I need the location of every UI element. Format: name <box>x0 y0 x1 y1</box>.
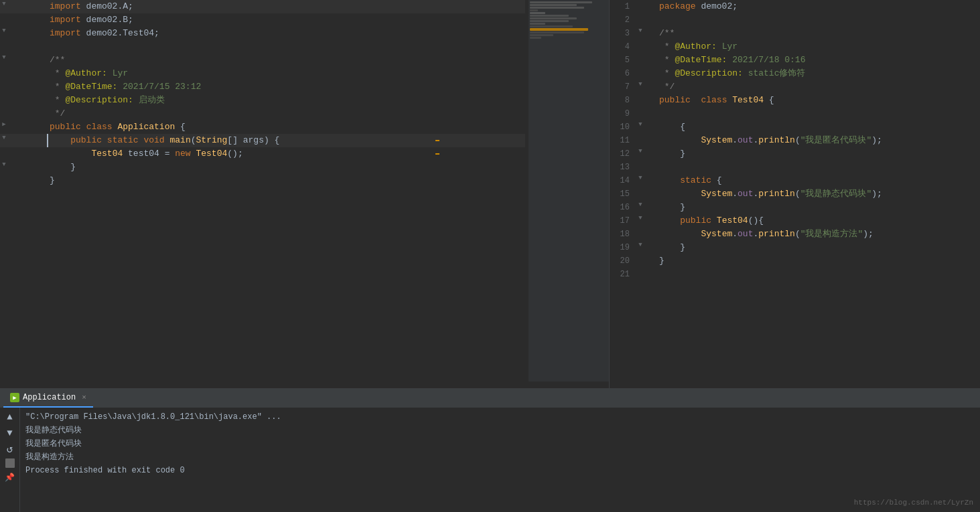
line-number: 11 <box>610 134 636 147</box>
line-number: 1 <box>610 0 636 13</box>
code-line: 12 ▼ } <box>610 147 980 161</box>
left-code-area: ▼ import demo02.A; import demo02.B; ▼ im… <box>0 0 609 388</box>
line-number: 18 <box>610 228 636 241</box>
code-line: 18 System.out.println("我是构造方法"); <box>610 228 980 241</box>
code-content: } <box>47 161 525 174</box>
line-gutter: ▼ <box>636 201 656 209</box>
pin-icon[interactable]: 📌 <box>3 471 17 484</box>
code-line: 5 * @DateTime: 2021/7/18 0:16 <box>610 54 980 67</box>
code-line: 3 ▼ /** <box>610 27 980 40</box>
run-tab-label: Application <box>23 393 76 402</box>
editor-container: ▼ import demo02.A; import demo02.B; ▼ im… <box>0 0 980 388</box>
console-output-line-1: 我是静态代码块 <box>25 424 975 437</box>
code-line: 11 System.out.println("我是匿名代码块"); <box>610 134 980 147</box>
code-line: 10 ▼ { <box>610 120 980 134</box>
code-line: ▶ public class Application { <box>0 120 525 134</box>
line-number: 19 <box>610 241 636 254</box>
code-line: 20 } <box>610 254 980 268</box>
code-content: } <box>656 201 980 214</box>
fold-icon[interactable]: ▼ <box>636 27 644 35</box>
line-gutter: ▼ <box>636 241 656 249</box>
fold-icon[interactable]: ▼ <box>636 201 644 209</box>
fold-icon[interactable]: ▼ <box>636 80 644 88</box>
code-line: import demo02.B; <box>0 13 525 27</box>
code-content: * @Description: 启动类 <box>47 94 525 107</box>
code-content: public class Application { <box>47 120 525 134</box>
code-line: 9 <box>610 107 980 120</box>
line-number: 2 <box>610 13 636 27</box>
run-tab[interactable]: ▶ Application × <box>3 389 93 408</box>
code-line: 8 public class Test04 { <box>610 94 980 107</box>
fold-icon <box>0 13 8 21</box>
code-line: 15 System.out.println("我是静态代码块"); <box>610 187 980 201</box>
code-line: 1 package demo02; <box>610 0 980 13</box>
code-line: * @DateTime: 2021/7/15 23:12 <box>0 80 525 94</box>
tab-close-btn[interactable]: × <box>82 394 86 402</box>
fold-icon[interactable]: ▼ <box>636 241 644 249</box>
right-code-area: 1 package demo02; 2 3 ▼ /** 4 <box>610 0 980 388</box>
stop-icon[interactable] <box>5 458 15 468</box>
code-line: 6 * @Description: static修饰符 <box>610 67 980 80</box>
fold-icon[interactable]: ▼ <box>0 54 8 62</box>
code-content: public static void main(String[] args) { <box>47 134 525 147</box>
fold-icon[interactable]: ▼ <box>0 27 8 35</box>
scroll-down-icon[interactable]: ▼ <box>3 426 17 440</box>
code-content: public Test04(){ <box>656 214 980 228</box>
line-gutter: ▼ <box>636 214 656 222</box>
fold-icon[interactable]: ▼ <box>0 161 8 169</box>
line-gutter: ▼ <box>0 161 20 169</box>
code-content: * @Author: Lyr <box>656 40 980 54</box>
code-content: } <box>656 241 980 254</box>
line-number: 7 <box>610 80 636 94</box>
code-line: ▼ /** <box>0 54 525 67</box>
cmd-text: "C:\Program Files\Java\jdk1.8.0_121\bin\… <box>25 412 281 422</box>
code-line: ▼ import demo02.A; <box>0 0 525 13</box>
line-number: 15 <box>610 187 636 201</box>
line-gutter <box>0 13 20 21</box>
code-content: public class Test04 { <box>656 94 980 107</box>
line-number: 10 <box>610 120 636 134</box>
line-number: 20 <box>610 254 636 268</box>
restart-icon[interactable]: ↺ <box>3 442 17 456</box>
code-line: ▼ } <box>0 161 525 174</box>
right-editor: 1 package demo02; 2 3 ▼ /** 4 <box>610 0 980 388</box>
line-gutter: ▼ <box>636 174 656 182</box>
code-content: Test04 test04 = new Test04(); <box>47 147 525 161</box>
fold-icon[interactable]: ▼ <box>636 174 644 182</box>
fold-icon[interactable]: ▼ <box>636 120 644 129</box>
code-line-active: ▼ public static void main(String[] args)… <box>0 134 525 147</box>
code-content: * @Description: static修饰符 <box>656 67 980 80</box>
code-line: 13 <box>610 161 980 174</box>
bottom-panel: ▶ Application × ▲ ▼ ↺ 📌 "C:\Program File… <box>0 388 980 512</box>
console-exit-message: Process finished with exit code 0 <box>25 464 975 477</box>
scroll-up-icon[interactable]: ▲ <box>3 410 17 424</box>
line-number: 16 <box>610 201 636 214</box>
line-gutter: ▼ <box>636 80 656 88</box>
code-content: } <box>656 254 980 268</box>
code-line: ▼ import demo02.Test04; <box>0 27 525 40</box>
bottom-tabs: ▶ Application × <box>0 389 980 408</box>
fold-icon[interactable]: ▼ <box>636 147 644 155</box>
fold-icon[interactable]: ▼ <box>636 214 644 222</box>
code-content: static { <box>656 174 980 187</box>
line-number: 9 <box>610 107 636 120</box>
code-content: System.out.println("我是匿名代码块"); <box>656 134 980 147</box>
code-content: import demo02.B; <box>47 13 525 27</box>
line-number: 12 <box>610 147 636 161</box>
line-gutter: ▼ <box>0 27 20 35</box>
code-line: 19 ▼ } <box>610 241 980 254</box>
bottom-sidebar: ▲ ▼ ↺ 📌 <box>0 408 20 512</box>
code-content: /** <box>47 54 525 67</box>
line-number: 6 <box>610 67 636 80</box>
fold-icon[interactable]: ▶ <box>0 120 8 129</box>
line-number: 3 <box>610 27 636 40</box>
fold-icon[interactable]: ▼ <box>0 134 8 142</box>
bottom-content: ▲ ▼ ↺ 📌 "C:\Program Files\Java\jdk1.8.0_… <box>0 408 980 512</box>
run-tab-icon: ▶ <box>10 393 19 402</box>
console-cmd-line: "C:\Program Files\Java\jdk1.8.0_121\bin\… <box>25 410 975 424</box>
code-content: System.out.println("我是静态代码块"); <box>656 187 980 201</box>
code-line: 14 ▼ static { <box>610 174 980 187</box>
fold-icon[interactable]: ▼ <box>0 0 8 8</box>
line-gutter: ▼ <box>0 54 20 62</box>
code-line: Test04 test04 = new Test04(); <box>0 147 525 161</box>
